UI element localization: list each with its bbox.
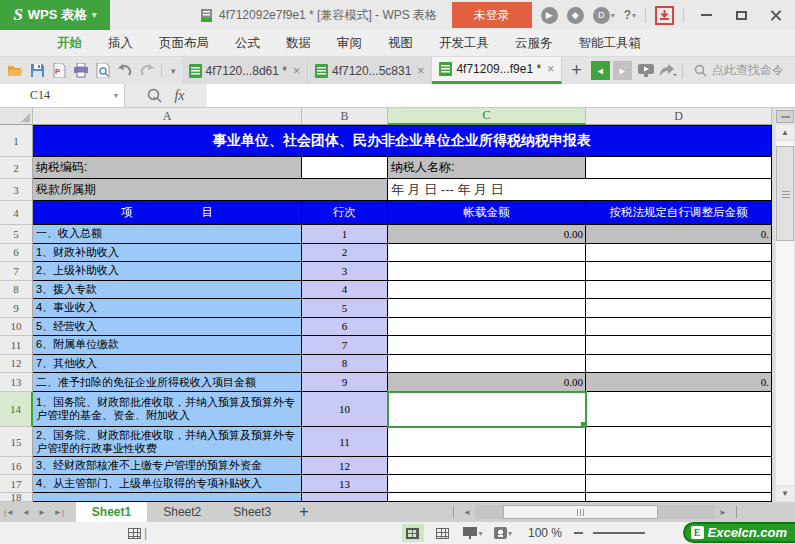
- column-header-B[interactable]: B: [302, 108, 388, 125]
- row-header-12[interactable]: 12: [0, 355, 33, 374]
- cell-D18[interactable]: [586, 493, 772, 502]
- cell-C7[interactable]: [388, 262, 586, 281]
- row-header-2[interactable]: 2: [0, 157, 33, 179]
- zoom-out-button[interactable]: [574, 532, 583, 534]
- cell-C11[interactable]: [388, 336, 586, 355]
- table-header-line-no[interactable]: 行次: [302, 201, 388, 225]
- next-tab-button[interactable]: ►: [613, 61, 632, 80]
- wps-logo[interactable]: S WPS 表格 ▾: [0, 0, 110, 30]
- cell-A8[interactable]: 3、拨入专款: [33, 281, 302, 300]
- new-document-tab-button[interactable]: +: [562, 60, 591, 81]
- row-header-7[interactable]: 7: [0, 262, 33, 281]
- cell-D7[interactable]: [586, 262, 772, 281]
- prev-sheet-button[interactable]: ◄: [18, 508, 34, 517]
- cell-C15[interactable]: [388, 427, 586, 457]
- cell-D14[interactable]: [586, 392, 772, 427]
- cell-A16[interactable]: 3、经财政部核准不上缴专户管理的预算外资金: [33, 457, 302, 475]
- cell-B9[interactable]: 5: [302, 299, 388, 318]
- cell-B18[interactable]: [302, 493, 388, 502]
- horizontal-scrollbar[interactable]: ◄ ►: [448, 502, 773, 522]
- sheet-tab-Sheet3[interactable]: Sheet3: [217, 502, 287, 522]
- cell-B6[interactable]: 2: [302, 244, 388, 263]
- column-header-D[interactable]: D: [586, 108, 772, 125]
- row-header-10[interactable]: 10: [0, 318, 33, 337]
- macro-record-icon[interactable]: |: [128, 526, 147, 540]
- cell-C6[interactable]: [388, 244, 586, 263]
- cell-C10[interactable]: [388, 318, 586, 337]
- ribbon-tab-开发工具[interactable]: 开发工具: [426, 30, 502, 57]
- insert-function-icon[interactable]: fx: [174, 88, 184, 104]
- scroll-right-button[interactable]: ►: [715, 508, 731, 517]
- first-sheet-button[interactable]: |◄: [0, 508, 18, 517]
- cell-A6[interactable]: 1、财政补助收入: [33, 244, 302, 263]
- help-menu[interactable]: ?▾: [624, 8, 636, 22]
- scroll-down-button[interactable]: ▼: [776, 486, 794, 501]
- document-tab-2[interactable]: 4f7120...5c831×: [308, 57, 432, 84]
- cell-B14[interactable]: 10: [302, 392, 388, 427]
- cell-tax-code-input[interactable]: [302, 157, 388, 179]
- skin-menu[interactable]: D▾: [593, 7, 615, 24]
- cell-C14[interactable]: [388, 392, 586, 427]
- cell-D9[interactable]: [586, 299, 772, 318]
- close-tab-icon[interactable]: ×: [417, 64, 424, 78]
- name-box[interactable]: C14 ▾: [0, 84, 125, 107]
- table-header-item[interactable]: 项 目: [33, 201, 302, 225]
- undo-icon[interactable]: [114, 60, 136, 82]
- formula-input[interactable]: [207, 84, 795, 107]
- cell-title[interactable]: 事业单位、社会团体、民办非企业单位企业所得税纳税申报表: [33, 125, 772, 157]
- column-header-C[interactable]: C: [388, 108, 586, 125]
- cell-C12[interactable]: [388, 355, 586, 374]
- cell-B15[interactable]: 11: [302, 427, 388, 457]
- select-all-corner[interactable]: [0, 108, 33, 125]
- login-button[interactable]: 未登录: [452, 2, 532, 28]
- cell-D6[interactable]: [586, 244, 772, 263]
- close-button[interactable]: [763, 4, 789, 26]
- sheet-tab-Sheet2[interactable]: Sheet2: [147, 502, 217, 522]
- cell-A18[interactable]: [33, 493, 302, 502]
- docer-icon[interactable]: ◆: [567, 7, 584, 24]
- ribbon-tab-审阅[interactable]: 审阅: [324, 30, 375, 57]
- cell-A7[interactable]: 2、上级补助收入: [33, 262, 302, 281]
- horizontal-scroll-track[interactable]: [475, 505, 715, 519]
- ribbon-tab-页面布局[interactable]: 页面布局: [146, 30, 222, 57]
- cell-C17[interactable]: [388, 475, 586, 493]
- row-header-15[interactable]: 15: [0, 427, 33, 457]
- ribbon-tab-公式[interactable]: 公式: [222, 30, 273, 57]
- cell-B12[interactable]: 8: [302, 355, 388, 374]
- cell-period-value[interactable]: 年 月 日 --- 年 月 日: [388, 179, 772, 201]
- cell-D16[interactable]: [586, 457, 772, 475]
- page-break-view-icon[interactable]: [432, 524, 454, 542]
- cell-D11[interactable]: [586, 336, 772, 355]
- ribbon-tab-开始[interactable]: 开始: [44, 30, 95, 57]
- close-tab-icon[interactable]: ×: [547, 62, 554, 76]
- cell-taxpayer-input[interactable]: [586, 157, 772, 179]
- screen-cast-icon[interactable]: ▾: [492, 524, 514, 542]
- row-header-8[interactable]: 8: [0, 281, 33, 300]
- download-icon[interactable]: [655, 6, 674, 25]
- toolbar-dropdown-icon[interactable]: ▾: [165, 66, 182, 76]
- row-header-9[interactable]: 9: [0, 299, 33, 318]
- ribbon-tab-插入[interactable]: 插入: [95, 30, 146, 57]
- cell-A15[interactable]: 2、国务院、财政部批准收取，并纳入预算及预算外专户管理的行政事业性收费: [33, 427, 302, 457]
- vertical-scroll-thumb[interactable]: [776, 146, 794, 241]
- row-header-17[interactable]: 17: [0, 475, 33, 493]
- next-sheet-button[interactable]: ►: [34, 508, 50, 517]
- prev-tab-button[interactable]: ◄: [591, 61, 610, 80]
- zoom-slider[interactable]: [593, 532, 645, 534]
- row-header-4[interactable]: 4: [0, 201, 33, 225]
- row-header-1[interactable]: 1: [0, 125, 33, 157]
- sheet-tab-Sheet1[interactable]: Sheet1: [76, 502, 147, 522]
- row-header-14[interactable]: 14: [0, 392, 33, 427]
- cell-C16[interactable]: [388, 457, 586, 475]
- document-tab-3[interactable]: 4f71209...f9e1 *×: [432, 57, 562, 84]
- cell-B13[interactable]: 9: [302, 373, 388, 392]
- cell-C9[interactable]: [388, 299, 586, 318]
- print-icon[interactable]: [70, 60, 92, 82]
- cell-A10[interactable]: 5、经营收入: [33, 318, 302, 337]
- add-sheet-button[interactable]: +: [287, 503, 320, 521]
- cell-D5[interactable]: 0.: [586, 225, 772, 244]
- cell-B16[interactable]: 12: [302, 457, 388, 475]
- cell-B8[interactable]: 4: [302, 281, 388, 300]
- cell-C13[interactable]: 0.00: [388, 373, 586, 392]
- row-header-3[interactable]: 3: [0, 179, 33, 201]
